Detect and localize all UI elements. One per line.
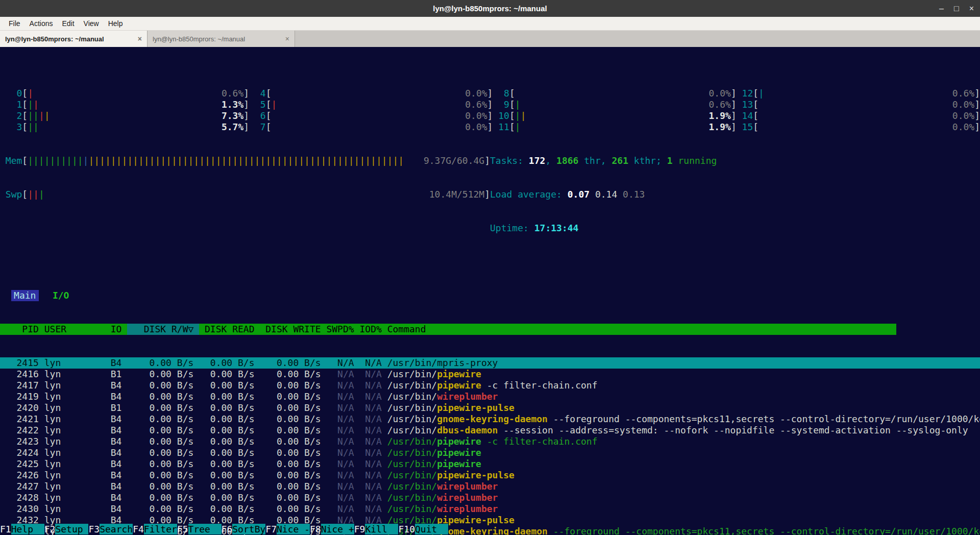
- process-row[interactable]: 2415 lyn B4 0.00 B/s 0.00 B/s 0.00 B/s N…: [0, 357, 980, 369]
- cpu-meter-3: 3[||5.7%]: [6, 121, 249, 133]
- process-row[interactable]: 2424 lyn B4 0.00 B/s 0.00 B/s 0.00 B/s N…: [0, 447, 980, 458]
- tab-close-icon[interactable]: ×: [134, 35, 142, 43]
- swap-meter: Swp[|||10.4M/512M]: [0, 189, 490, 200]
- fkey-f2[interactable]: F2Setup: [44, 524, 89, 534]
- window-controls: – □ ×: [939, 0, 974, 17]
- terminal-htop: 0[|0.6%] 4[0.0%] 8[0.0%] 12[|0.6%] 1[||1…: [0, 47, 980, 535]
- menu-actions[interactable]: Actions: [25, 19, 58, 28]
- screen-tab-io[interactable]: I/O: [50, 290, 72, 301]
- process-row[interactable]: 2417 lyn B4 0.00 B/s 0.00 B/s 0.00 B/s N…: [0, 380, 980, 391]
- fkey-f9[interactable]: F9Kill: [354, 524, 399, 534]
- cpu-meter-11: 11[|1.9%]: [493, 121, 736, 133]
- load-average: Load average: 0.07 0.14 0.13: [490, 189, 980, 200]
- swp-meter: Swp[|||10.4M/512M]: [6, 189, 490, 200]
- tasks-summary: Tasks: 172, 1866 thr, 261 kthr; 1 runnin…: [490, 155, 980, 166]
- process-row[interactable]: 2427 lyn B4 0.00 B/s 0.00 B/s 0.00 B/s N…: [0, 481, 980, 492]
- tab-close-icon[interactable]: ×: [281, 35, 289, 43]
- cpu-meter-14: 14[0.0%]: [737, 110, 980, 121]
- window-titlebar[interactable]: lyn@lyn-b850mprors: ~/manual – □ ×: [0, 0, 980, 17]
- memory-meter: Mem[||||||||||||||||||||||||||||||||||||…: [0, 155, 490, 166]
- menu-bar: FileActionsEditViewHelp: [0, 17, 980, 31]
- fkey-f6[interactable]: F6SortBy: [222, 524, 266, 534]
- column-header-user[interactable]: USER: [44, 324, 100, 335]
- fkey-f3[interactable]: F3Search: [88, 524, 133, 534]
- cpu-meter-7: 7[0.0%]: [249, 121, 493, 133]
- function-bar: F1Help F2Setup F3SearchF4FilterF5Tree F6…: [0, 524, 980, 535]
- fkey-f8[interactable]: F8Nice +: [310, 524, 354, 534]
- menu-file[interactable]: File: [4, 19, 25, 28]
- minimize-icon[interactable]: –: [939, 4, 944, 13]
- cpu-meter-1: 1[||1.3%]: [6, 99, 249, 110]
- column-header-command[interactable]: Command: [387, 324, 426, 335]
- cpu-meter-15: 15[0.0%]: [737, 121, 980, 133]
- cpu-meter-13: 13[0.0%]: [737, 99, 980, 110]
- window-title: lyn@lyn-b850mprors: ~/manual: [433, 4, 547, 13]
- column-header-iod[interactable]: IOD%: [354, 324, 387, 335]
- fkey-f7[interactable]: F7Nice -: [265, 524, 310, 534]
- process-row[interactable]: 2430 lyn B4 0.00 B/s 0.00 B/s 0.00 B/s N…: [0, 503, 980, 515]
- fkey-f1[interactable]: F1Help: [0, 524, 44, 534]
- cpu-meter-12: 12[|0.6%]: [737, 88, 980, 99]
- process-row[interactable]: 2421 lyn B4 0.00 B/s 0.00 B/s 0.00 B/s N…: [0, 414, 980, 425]
- tab-title: lyn@lyn-b850mprors: ~/manual: [5, 35, 104, 43]
- column-header-diskwrite[interactable]: DISK WRITE: [260, 324, 321, 335]
- column-header-diskread[interactable]: DISK READ: [199, 324, 260, 335]
- fkey-f4[interactable]: F4Filter: [133, 524, 177, 534]
- maximize-icon[interactable]: □: [954, 4, 959, 13]
- cpu-meter-8: 8[0.0%]: [493, 88, 736, 99]
- cpu-meter-5: 5[|0.6%]: [249, 99, 493, 110]
- column-header-diskrw[interactable]: DISK R/W▽: [127, 324, 199, 335]
- process-row[interactable]: 2416 lyn B1 0.00 B/s 0.00 B/s 0.00 B/s N…: [0, 369, 980, 380]
- cpu-meter-4: 4[0.0%]: [249, 88, 493, 99]
- process-row[interactable]: 2422 lyn B4 0.00 B/s 0.00 B/s 0.00 B/s N…: [0, 425, 980, 436]
- process-table: 2415 lyn B4 0.00 B/s 0.00 B/s 0.00 B/s N…: [0, 357, 980, 535]
- column-header-io[interactable]: IO: [100, 324, 127, 335]
- process-row[interactable]: 2428 lyn B4 0.00 B/s 0.00 B/s 0.00 B/s N…: [0, 492, 980, 503]
- cpu-meter-9: 9[|0.6%]: [493, 99, 736, 110]
- cpu-meters: 0[|0.6%] 4[0.0%] 8[0.0%] 12[|0.6%] 1[||1…: [0, 88, 980, 133]
- fkey-f10[interactable]: F10Quit: [398, 524, 448, 534]
- close-icon[interactable]: ×: [969, 4, 974, 13]
- screen-tab-main[interactable]: Main: [11, 290, 39, 301]
- table-header[interactable]: PID USER IO DISK R/W▽ DISK READ DISK WRI…: [0, 324, 896, 335]
- tab-bar: lyn@lyn-b850mprors: ~/manual×lyn@lyn-b85…: [0, 31, 980, 47]
- tab-title: lyn@lyn-b850mprors: ~/manual: [153, 35, 245, 43]
- menu-view[interactable]: View: [79, 19, 104, 28]
- cpu-meter-6: 6[0.0%]: [249, 110, 493, 121]
- process-row[interactable]: 2423 lyn B4 0.00 B/s 0.00 B/s 0.00 B/s N…: [0, 436, 980, 447]
- cpu-meter-0: 0[|0.6%]: [6, 88, 249, 99]
- terminal-tab-2[interactable]: lyn@lyn-b850mprors: ~/manual×: [148, 31, 295, 47]
- column-header-swpd[interactable]: SWPD%: [321, 324, 354, 335]
- process-row[interactable]: 2419 lyn B4 0.00 B/s 0.00 B/s 0.00 B/s N…: [0, 391, 980, 402]
- menu-edit[interactable]: Edit: [57, 19, 79, 28]
- column-header-pid[interactable]: PID: [0, 324, 44, 335]
- menu-help[interactable]: Help: [104, 19, 128, 28]
- screen-tabs: MainI/O: [0, 290, 980, 301]
- process-row[interactable]: 2426 lyn B4 0.00 B/s 0.00 B/s 0.00 B/s N…: [0, 470, 980, 481]
- cpu-meter-10: 10[||1.9%]: [493, 110, 736, 121]
- cpu-meter-2: 2[||||7.3%]: [6, 110, 249, 121]
- fkey-f5[interactable]: F5Tree: [177, 524, 222, 534]
- uptime: Uptime: 17:13:44: [490, 223, 980, 234]
- process-row[interactable]: 2425 lyn B4 0.00 B/s 0.00 B/s 0.00 B/s N…: [0, 458, 980, 470]
- mem-meter: Mem[||||||||||||||||||||||||||||||||||||…: [6, 155, 490, 166]
- terminal-tab-1[interactable]: lyn@lyn-b850mprors: ~/manual×: [0, 31, 148, 47]
- process-row[interactable]: 2420 lyn B1 0.00 B/s 0.00 B/s 0.00 B/s N…: [0, 402, 980, 414]
